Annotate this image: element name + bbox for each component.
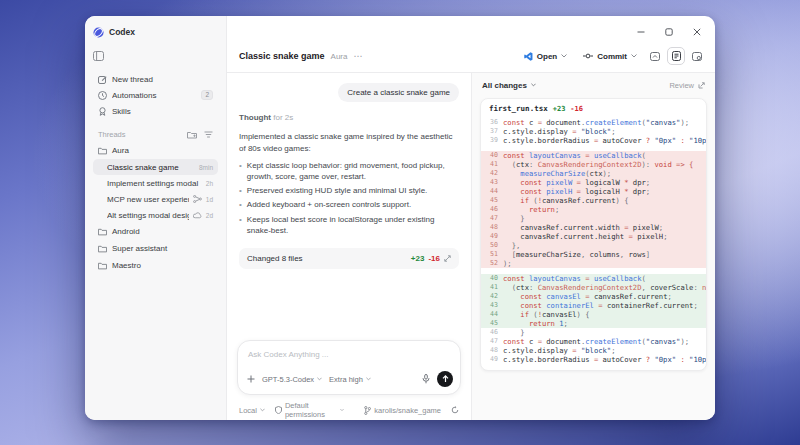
diff-row-removed: 43 const pixelW = logicalW * dpr; xyxy=(481,178,706,187)
diff-row-added: 40const layoutCanvas = useCallback( xyxy=(481,274,706,283)
open-button[interactable]: Open xyxy=(518,49,573,64)
thread-group-super-assistant[interactable]: Super assistant xyxy=(93,240,218,257)
thread-item-alt-settings-modal-design[interactable]: Alt settings modal design2d xyxy=(93,207,218,223)
permissions-selector[interactable]: Default permissions xyxy=(275,401,344,419)
diff-row-removed: 40const layoutCanvas = useCallback( xyxy=(481,151,706,160)
sidebar-item-label: New thread xyxy=(112,75,213,84)
git-commit-icon xyxy=(583,52,593,60)
bullet-item: •Keeps local best score in localStorage … xyxy=(239,214,459,236)
composer-input[interactable]: Ask Codex Anything ... xyxy=(238,341,460,371)
deletions-count: -16 xyxy=(428,253,440,264)
thread-item-timestamp: 1d xyxy=(206,196,213,203)
assistant-intro-text: Implemented a classic snake game inspire… xyxy=(239,131,459,153)
attach-plus-icon[interactable] xyxy=(247,375,255,383)
line-number: 49 xyxy=(481,232,503,241)
new-folder-icon[interactable] xyxy=(187,131,197,139)
thought-duration: for 2s xyxy=(273,113,293,122)
expand-icon[interactable] xyxy=(444,255,451,262)
maximize-icon[interactable] xyxy=(665,28,673,36)
diff-row-removed: 42 measureCharSize(ctx); xyxy=(481,169,706,178)
diff-view-icon[interactable] xyxy=(667,47,685,65)
compose-icon xyxy=(98,75,107,84)
diff-row-removed: 45 if (!canvasRef.current) { xyxy=(481,196,706,205)
line-number: 36 xyxy=(481,118,503,127)
microphone-icon[interactable] xyxy=(422,374,430,384)
bullet-item: •Added keyboard + on-screen controls sup… xyxy=(239,199,459,210)
thread-group-android[interactable]: Android xyxy=(93,223,218,240)
code-line: const pixelH = logicalH * dpr; xyxy=(503,187,650,196)
diff-file-name[interactable]: first_run.tsx xyxy=(489,104,548,113)
diff-row-removed: 47 } xyxy=(481,214,706,223)
thread-item-implement-settings-modal[interactable]: Implement settings modal2h xyxy=(93,175,218,191)
diff-code-block[interactable]: 36const c = document.createElement("canv… xyxy=(481,116,706,370)
sidebar-toggle-icon[interactable] xyxy=(93,51,104,61)
diff-row-removed: 52); xyxy=(481,259,706,268)
folder-icon xyxy=(98,262,107,270)
code-line: const pixelW = logicalW * dpr; xyxy=(503,178,650,187)
commit-button[interactable]: Commit xyxy=(577,49,643,64)
line-number: 40 xyxy=(481,274,503,283)
line-number: 47 xyxy=(481,337,503,346)
folder-icon xyxy=(98,245,107,253)
code-line: const canvasEl = canvasRef.current; xyxy=(503,292,672,301)
diff-row-added: 43 const containerEl = containerRef.curr… xyxy=(481,301,706,310)
open-review-icon[interactable] xyxy=(698,82,705,89)
code-line: [measureCharSize, columns, rows] xyxy=(503,250,650,259)
sidebar-item-new-thread[interactable]: New thread xyxy=(93,71,218,87)
thread-item-mcp-new-user-experience[interactable]: MCP new user experience1d xyxy=(93,191,218,207)
thread-item-label: Implement settings modal xyxy=(107,179,202,188)
thought-summary[interactable]: Thought for 2s xyxy=(239,112,459,123)
branch-indicator[interactable]: karolis/snake_game xyxy=(364,406,441,415)
model-selector[interactable]: GPT-5.3-Codex xyxy=(262,375,322,384)
composer[interactable]: Ask Codex Anything ... GPT-5.3-Codex xyxy=(237,340,461,395)
line-number: 45 xyxy=(481,196,503,205)
line-number: 44 xyxy=(481,187,503,196)
line-number: 42 xyxy=(481,292,503,301)
filter-icon[interactable] xyxy=(204,131,213,138)
shield-icon xyxy=(275,406,282,414)
diff-row-removed: 46 return; xyxy=(481,205,706,214)
open-button-label: Open xyxy=(537,52,557,61)
diff-file-card: first_run.tsx +23 -16 36const c = docume… xyxy=(480,98,707,371)
more-menu-icon[interactable]: ⋯ xyxy=(353,51,363,61)
line-number: 44 xyxy=(481,310,503,319)
skills-icon xyxy=(98,107,107,116)
diff-row-context: 47const c = document.createElement("canv… xyxy=(481,337,706,346)
minimize-icon[interactable] xyxy=(637,28,645,36)
editor-panel-icon[interactable] xyxy=(647,48,663,64)
sidebar-item-automations[interactable]: Automations2 xyxy=(93,87,218,103)
chat-scroll-area[interactable]: Create a classic snake game Thought for … xyxy=(227,73,471,340)
terminal-panel-icon[interactable] xyxy=(689,48,705,64)
thread-item-classic-snake-game[interactable]: Classic snake game8min xyxy=(93,159,218,175)
user-message-bubble: Create a classic snake game xyxy=(338,83,459,102)
diff-row-added: 42 const canvasEl = canvasRef.current; xyxy=(481,292,706,301)
sidebar-item-skills[interactable]: Skills xyxy=(93,103,218,119)
vscode-icon xyxy=(524,52,533,61)
env-selector[interactable]: Local xyxy=(239,406,265,415)
effort-selector[interactable]: Extra high xyxy=(329,375,371,384)
git-branch-icon xyxy=(364,406,371,415)
changes-filter-dropdown[interactable]: All changes xyxy=(482,81,527,90)
review-link[interactable]: Review xyxy=(669,81,694,90)
line-number: 39 xyxy=(481,136,503,145)
code-line: c.style.display = "block"; xyxy=(503,127,616,136)
code-line: (ctx: CanvasRenderingContext2D): void =>… xyxy=(503,160,693,169)
code-line: const c = document.createElement("canvas… xyxy=(503,337,689,346)
code-line: measureCharSize(ctx); xyxy=(503,169,611,178)
diff-row-removed: 49 canvasRef.current.height = pixelH; xyxy=(481,232,706,241)
close-icon[interactable] xyxy=(693,28,701,36)
changed-files-bar[interactable]: Changed 8 files +23 -16 xyxy=(239,248,459,269)
code-line: c.style.borderRadius = autoCover ? "0px"… xyxy=(503,136,706,145)
diff-row-removed: 51 [measureCharSize, columns, rows] xyxy=(481,250,706,259)
sync-icon[interactable] xyxy=(451,406,459,414)
thread-item-timestamp: 8min xyxy=(199,164,213,171)
line-number: 41 xyxy=(481,160,503,169)
send-button[interactable] xyxy=(437,371,453,387)
thread-item-label: Alt settings modal design xyxy=(107,211,189,220)
line-number: 52 xyxy=(481,259,503,268)
code-line: canvasRef.current.width = pixelW; xyxy=(503,223,663,232)
thread-group-maestro[interactable]: Maestro xyxy=(93,257,218,274)
clock-icon xyxy=(98,91,107,100)
thread-group-aura[interactable]: Aura xyxy=(93,142,218,159)
thread-group-label: Android xyxy=(112,227,140,236)
